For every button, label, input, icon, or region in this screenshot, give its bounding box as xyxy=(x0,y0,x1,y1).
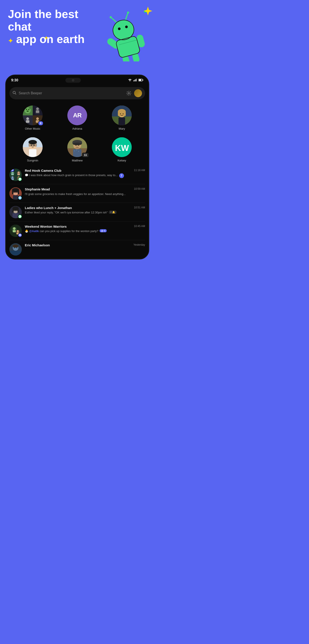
chat-avatar-stephanie xyxy=(10,187,22,200)
svg-point-59 xyxy=(31,145,32,146)
svg-point-83 xyxy=(18,172,20,173)
chat-item-ladies[interactable]: Ladies who Lunch + Jonathan 10:51 AM Est… xyxy=(10,203,145,222)
svg-rect-117 xyxy=(16,251,22,256)
other-music-label: Other Music xyxy=(25,127,40,130)
svg-point-110 xyxy=(13,227,16,230)
other-music-avatar: 8 xyxy=(23,106,43,125)
chat-name-red-hook: Red Hook Camera Club xyxy=(25,169,62,172)
adriana-avatar: AR xyxy=(67,106,87,125)
svg-rect-82 xyxy=(11,174,14,175)
page-wrapper: Join the best chat ✦ app on earth ✦ xyxy=(0,0,155,322)
matthew-label: Matthew xyxy=(72,159,83,162)
settings-icon[interactable] xyxy=(126,90,132,96)
adriana-label: Adriana xyxy=(72,127,82,130)
notch xyxy=(65,78,81,83)
svg-text:KW: KW xyxy=(115,144,129,153)
chat-item-red-hook[interactable]: +8 xyxy=(10,166,145,184)
chat-name-eric: Eric Michaelson xyxy=(25,243,50,247)
svg-rect-95 xyxy=(13,195,18,200)
story-sungmin[interactable]: Sungmin xyxy=(23,137,43,162)
svg-rect-103 xyxy=(18,208,19,212)
search-bar-container: Search Beeper xyxy=(6,84,149,102)
chat-content-eric: Eric Michaelson Yesterday xyxy=(25,243,145,248)
svg-point-29 xyxy=(27,110,29,112)
svg-rect-16 xyxy=(135,80,135,82)
svg-point-96 xyxy=(14,192,15,192)
mention-badge-weekend: @ 6 xyxy=(100,229,107,232)
svg-point-119 xyxy=(14,248,15,248)
other-music-badge: 8 xyxy=(38,121,44,126)
svg-point-73 xyxy=(75,147,80,149)
svg-rect-48 xyxy=(118,112,126,116)
svg-rect-94 xyxy=(18,190,19,194)
svg-point-72 xyxy=(78,145,79,146)
chat-item-stephanie[interactable]: Stephanie Mead 10:59 AM I'll grab some g… xyxy=(10,184,145,203)
chat-item-eric[interactable]: Eric Michaelson Yesterday xyxy=(10,240,145,259)
user-avatar[interactable] xyxy=(134,89,142,97)
chat-time-weekend: 10:45 AM xyxy=(134,224,145,228)
svg-rect-84 xyxy=(17,174,20,175)
svg-point-60 xyxy=(33,145,35,146)
search-bar[interactable]: Search Beeper xyxy=(10,87,145,99)
svg-point-120 xyxy=(17,248,17,248)
unread-badge-red-hook: 7 xyxy=(119,173,124,178)
hero-title-line1: Join the best chat xyxy=(8,8,78,33)
signal-icon xyxy=(133,78,137,82)
chat-content-red-hook: Red Hook Camera Club 11:18 AM 💬 I was th… xyxy=(25,169,145,178)
phone-frame: 9:30 xyxy=(5,74,149,260)
mention-aatik: @Aatik xyxy=(29,230,39,233)
story-kelsey[interactable]: KW Kelsey xyxy=(112,137,132,162)
svg-rect-15 xyxy=(133,80,134,82)
story-adriana[interactable]: AR Adriana xyxy=(67,106,87,130)
story-mary[interactable]: Mary xyxy=(112,106,132,130)
svg-point-68 xyxy=(74,150,75,151)
search-placeholder: Search Beeper xyxy=(19,91,124,95)
story-other-music[interactable]: 8 Other Music xyxy=(23,106,43,130)
svg-rect-49 xyxy=(119,117,125,125)
matthew-badge: 11 xyxy=(82,153,89,158)
status-bar: 9:30 xyxy=(6,75,149,84)
svg-point-24 xyxy=(128,92,130,94)
wifi-icon xyxy=(128,78,132,82)
svg-point-69 xyxy=(76,150,77,150)
whatsapp-badge-red-hook xyxy=(18,177,22,182)
hero-title: Join the best chat ✦ app on earth xyxy=(8,8,87,46)
chat-time-ladies: 10:51 AM xyxy=(134,206,145,209)
svg-rect-58 xyxy=(29,149,37,157)
sungmin-avatar-container xyxy=(23,137,43,157)
story-matthew[interactable]: 11 Matthew xyxy=(67,137,87,162)
chat-name-weekend: Weekend Wonton Warriors xyxy=(25,224,67,228)
status-time: 9:30 xyxy=(11,78,18,82)
svg-line-5 xyxy=(124,14,129,20)
chat-avatar-red-hook: +8 xyxy=(10,169,22,181)
svg-point-70 xyxy=(78,151,79,152)
chat-time-red-hook: 11:18 AM xyxy=(134,169,145,172)
chat-item-weekend[interactable]: Weekend Wonton Warriors 10:45 AM 🐣 @Aati… xyxy=(10,222,145,240)
svg-rect-36 xyxy=(36,110,39,113)
mary-label: Mary xyxy=(119,127,125,130)
hero-title-line2: app on earth xyxy=(16,33,85,46)
svg-point-35 xyxy=(36,108,39,110)
svg-rect-20 xyxy=(139,80,141,81)
svg-point-27 xyxy=(26,109,27,110)
svg-rect-111 xyxy=(13,230,16,232)
chat-message-weekend: 🐣 @Aatik can you pick up supplies for th… xyxy=(25,229,98,233)
matthew-avatar-container: 11 xyxy=(67,137,87,157)
hero-section: Join the best chat ✦ app on earth ✦ xyxy=(0,0,155,70)
chat-message-stephanie: I'll grab some groceries to make fresh v… xyxy=(25,192,126,196)
svg-line-3 xyxy=(112,17,116,23)
kelsey-label: Kelsey xyxy=(118,159,126,162)
chat-content-ladies: Ladies who Lunch + Jonathan 10:51 AM Est… xyxy=(25,206,145,214)
svg-point-39 xyxy=(26,117,29,120)
chat-time-eric: Yesterday xyxy=(133,243,145,246)
svg-point-42 xyxy=(36,117,39,120)
svg-point-28 xyxy=(28,109,30,110)
chat-content-weekend: Weekend Wonton Warriors 10:45 AM 🐣 @Aati… xyxy=(25,224,145,233)
chat-name-ladies: Ladies who Lunch + Jonathan xyxy=(25,206,72,210)
svg-point-66 xyxy=(73,142,82,145)
svg-rect-57 xyxy=(29,142,37,146)
svg-point-112 xyxy=(17,230,19,232)
stories-row-1: 8 Other Music AR Adriana xyxy=(6,102,149,134)
stories-row-2: Sungmin xyxy=(6,134,149,166)
svg-rect-30 xyxy=(25,107,26,109)
